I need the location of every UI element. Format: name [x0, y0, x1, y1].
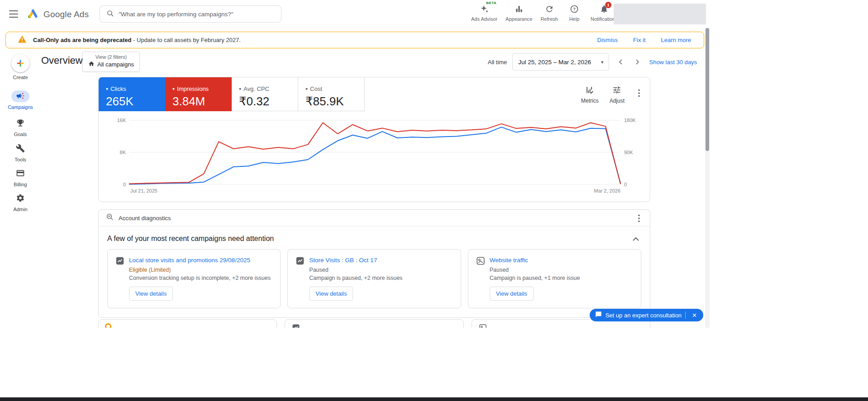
- metrics-button[interactable]: Metrics: [581, 85, 599, 104]
- refresh-button[interactable]: Refresh: [538, 4, 560, 22]
- view-details-button[interactable]: View details: [309, 287, 353, 301]
- home-icon: [88, 61, 95, 68]
- learn-more-button[interactable]: Learn more: [657, 34, 696, 46]
- trophy-icon: [16, 118, 25, 129]
- vertical-scrollbar[interactable]: [705, 28, 710, 328]
- refresh-label: Refresh: [540, 16, 558, 22]
- help-label: Help: [569, 16, 580, 22]
- help-button[interactable]: ? Help: [564, 4, 585, 22]
- show-last-30-days-link[interactable]: Show last 30 days: [649, 59, 697, 66]
- fix-it-button[interactable]: Fix it: [629, 34, 650, 46]
- sidebar-item-tools[interactable]: Tools: [0, 143, 41, 162]
- sidebar-item-campaigns[interactable]: Campaigns: [0, 90, 41, 110]
- scorecard-impressions[interactable]: ▾Impressions 3.84M: [165, 77, 232, 111]
- ads-advisor-button[interactable]: BETA Ads Advisor: [469, 4, 500, 22]
- google-ads-logo[interactable]: Google Ads: [27, 8, 89, 21]
- chart-more-options-button[interactable]: [635, 87, 643, 100]
- ads-advisor-label: Ads Advisor: [471, 16, 497, 22]
- campaign-attention-card: Local store visits and promotions 29/08/…: [107, 249, 281, 308]
- campaign-issues: Conversion tracking setup is incomplete,…: [129, 275, 273, 281]
- campaign-link[interactable]: Local store visits and promotions 29/08/…: [129, 257, 250, 264]
- chart-thumbnail-icon: [295, 256, 305, 302]
- view-details-button[interactable]: View details: [490, 287, 534, 301]
- diagnostics-title: Account diagnostics: [119, 215, 171, 222]
- range-label: All time: [488, 59, 507, 66]
- svg-text:?: ?: [573, 7, 576, 11]
- campaign-issues: Campaign is paused, +2 more issues: [309, 275, 453, 281]
- warning-icon: [18, 35, 27, 46]
- campaign-link[interactable]: Website traffic: [490, 257, 528, 264]
- kebab-icon: [638, 92, 640, 99]
- website-thumbnail-icon: [476, 256, 486, 302]
- campaign-link[interactable]: Store Visits : GB : Oct 17: [309, 257, 377, 264]
- edit-metrics-icon: [585, 85, 594, 96]
- dismiss-button[interactable]: Dismiss: [593, 34, 623, 46]
- next-period-button[interactable]: [632, 56, 644, 68]
- diagnostics-section-heading: A few of your most recent campaigns need…: [107, 235, 633, 243]
- chart-controls: Metrics Adjust: [581, 85, 643, 104]
- svg-text:180K: 180K: [624, 118, 636, 123]
- scorecard-cost-value: ₹85.9K: [305, 94, 364, 109]
- appearance-label: Appearance: [506, 16, 532, 22]
- next-section-partial-row: [98, 319, 650, 328]
- scorecard-clicks[interactable]: ▾Clicks 265K: [99, 77, 165, 111]
- sidebar-label-campaigns: Campaigns: [8, 104, 33, 110]
- scorecard-avg-cpc-label: Avg. CPC: [243, 85, 269, 92]
- sidebar-label-goals: Goals: [14, 132, 27, 137]
- campaign-status: Paused: [309, 267, 453, 273]
- svg-text:0: 0: [624, 182, 627, 187]
- view-details-button[interactable]: View details: [129, 287, 173, 301]
- scorecard-cost[interactable]: ▾Cost ₹85.9K: [298, 77, 365, 111]
- divider: [685, 311, 686, 319]
- campaign-status: Paused: [490, 267, 634, 273]
- adjust-button[interactable]: Adjust: [610, 85, 625, 104]
- topbar: Google Ads BETA Ads Advisor: [0, 0, 710, 28]
- campaign-filter-chip[interactable]: View (2 filters) All campaigns: [82, 52, 140, 72]
- collapse-section-button[interactable]: [633, 236, 639, 242]
- date-range-picker[interactable]: Jul 25, 2025 – Mar 2, 2026 ▾: [512, 53, 609, 71]
- sidebar-item-create[interactable]: Create: [0, 54, 41, 80]
- search-icon: [106, 9, 114, 19]
- diagnostics-header: Account diagnostics: [99, 210, 650, 226]
- taskbar-edge: [0, 397, 868, 401]
- campaign-status: Eligible (Limited): [129, 267, 273, 273]
- expert-consultation-banner: Set up an expert consultation ✕: [590, 309, 703, 321]
- beta-badge: BETA: [486, 1, 496, 5]
- deprecation-banner: Call-Only ads are being deprecated - Upd…: [5, 32, 704, 48]
- scorecard-avg-cpc[interactable]: ▾Avg. CPC ₹0.32: [232, 77, 298, 111]
- wrench-icon: [16, 144, 25, 154]
- chart-thumbnail-icon: [115, 256, 125, 302]
- scorecard-clicks-label: Clicks: [110, 85, 126, 92]
- sidebar-item-admin[interactable]: Admin: [0, 193, 41, 212]
- sidebar-item-billing[interactable]: Billing: [0, 168, 41, 187]
- scorecard-impressions-label: Impressions: [177, 85, 209, 92]
- chart-thumbnail-icon: [291, 326, 300, 328]
- sidebar-label-tools: Tools: [14, 157, 26, 162]
- svg-text:Mar 2, 2026: Mar 2, 2026: [594, 188, 620, 193]
- page-title: Overview: [41, 55, 83, 66]
- topbar-actions: BETA Ads Advisor Appearance: [469, 4, 620, 22]
- tune-icon: [612, 85, 621, 96]
- upcoming-card: [98, 319, 277, 328]
- sidebar-item-goals[interactable]: Goals: [0, 118, 41, 137]
- filter-chip-scope: All campaigns: [97, 61, 134, 68]
- scorecard-cost-label: Cost: [310, 85, 322, 92]
- campaign-issues: Campaign is paused, +1 more issue: [490, 275, 634, 281]
- close-icon[interactable]: ✕: [689, 312, 700, 319]
- metrics-label: Metrics: [581, 98, 599, 104]
- scorecard-impressions-value: 3.84M: [172, 94, 232, 109]
- setup-consultation-button[interactable]: Set up an expert consultation: [606, 312, 682, 319]
- search-input[interactable]: [119, 11, 275, 18]
- appearance-button[interactable]: Appearance: [503, 4, 534, 22]
- notification-count-badge: 1: [605, 2, 611, 8]
- scrollbar-thumb[interactable]: [706, 28, 709, 151]
- svg-text:90K: 90K: [624, 150, 633, 155]
- overview-chart[interactable]: 008K90K16K180KJul 21, 2025Mar 2, 2026: [99, 115, 650, 201]
- chevron-up-icon: [633, 236, 639, 242]
- diagnostics-more-options-button[interactable]: [635, 212, 643, 226]
- campaign-attention-card: Website traffic Paused Campaign is pause…: [468, 249, 641, 308]
- main-menu-button[interactable]: [9, 10, 18, 18]
- search-bar[interactable]: [100, 5, 281, 23]
- previous-period-button[interactable]: [615, 56, 626, 68]
- sidebar-label-billing: Billing: [14, 182, 27, 187]
